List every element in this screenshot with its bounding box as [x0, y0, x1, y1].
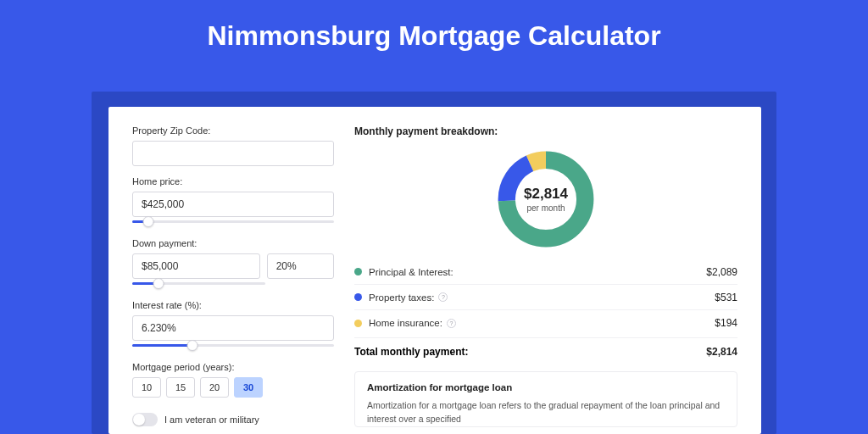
- slider-thumb-icon[interactable]: [153, 278, 164, 289]
- inputs-column: Property Zip Code: Home price: Down paym…: [132, 125, 334, 434]
- legend-label: Property taxes:: [369, 292, 434, 303]
- rate-slider[interactable]: [132, 340, 334, 352]
- down-percent-input[interactable]: [267, 253, 334, 279]
- page-title: Nimmonsburg Mortgage Calculator: [0, 0, 868, 67]
- slider-thumb-icon[interactable]: [187, 340, 198, 351]
- legend-row: Principal & Interest:$2,089: [354, 259, 737, 285]
- calculator-card: Property Zip Code: Home price: Down paym…: [108, 107, 761, 434]
- home-price-label: Home price:: [132, 176, 334, 186]
- legend-row: Property taxes:?$531: [354, 285, 737, 310]
- legend-value: $194: [715, 317, 737, 329]
- zip-input[interactable]: [132, 141, 334, 166]
- amortization-title: Amortization for mortgage loan: [367, 382, 725, 392]
- period-btn-20[interactable]: 20: [200, 377, 229, 398]
- donut-chart: $2,814 per month: [354, 144, 737, 259]
- down-amount-input[interactable]: [132, 253, 260, 279]
- period-label: Mortgage period (years):: [132, 362, 334, 372]
- period-buttons: 10152030: [132, 377, 334, 398]
- legend-value: $531: [715, 292, 737, 303]
- donut-sublabel: per month: [526, 203, 565, 213]
- veteran-toggle[interactable]: [132, 413, 158, 426]
- total-label: Total monthly payment:: [354, 346, 468, 358]
- donut-amount: $2,814: [524, 186, 568, 203]
- home-price-input[interactable]: [132, 192, 334, 217]
- veteran-toggle-row: I am veteran or military: [132, 413, 334, 426]
- info-icon[interactable]: ?: [438, 292, 448, 302]
- legend-label: Home insurance:: [369, 318, 442, 328]
- legend-row: Home insurance:?$194: [354, 310, 737, 336]
- period-btn-15[interactable]: 15: [166, 377, 195, 398]
- breakdown-title: Monthly payment breakdown:: [354, 125, 737, 137]
- zip-label: Property Zip Code:: [132, 125, 334, 136]
- amortization-text: Amortization for a mortgage loan refers …: [367, 399, 725, 426]
- amortization-box: Amortization for mortgage loan Amortizat…: [354, 371, 737, 427]
- rate-input[interactable]: [132, 315, 334, 341]
- legend-label: Principal & Interest:: [369, 267, 453, 277]
- rate-label: Interest rate (%):: [132, 300, 334, 310]
- total-row: Total monthly payment: $2,814: [354, 337, 737, 363]
- breakdown-column: Monthly payment breakdown: $2,814 per mo…: [354, 125, 737, 434]
- veteran-label: I am veteran or military: [164, 415, 259, 425]
- legend-dot-icon: [354, 268, 362, 275]
- down-payment-slider[interactable]: [132, 278, 265, 290]
- total-value: $2,814: [706, 346, 737, 358]
- toggle-knob-icon: [133, 414, 145, 426]
- down-payment-label: Down payment:: [132, 238, 334, 248]
- legend-dot-icon: [354, 293, 362, 301]
- info-icon[interactable]: ?: [447, 319, 456, 328]
- slider-thumb-icon[interactable]: [143, 216, 154, 227]
- legend-dot-icon: [354, 320, 362, 327]
- legend-value: $2,089: [706, 266, 737, 278]
- home-price-slider[interactable]: [132, 216, 334, 228]
- period-btn-10[interactable]: 10: [132, 377, 161, 398]
- period-btn-30[interactable]: 30: [234, 377, 263, 398]
